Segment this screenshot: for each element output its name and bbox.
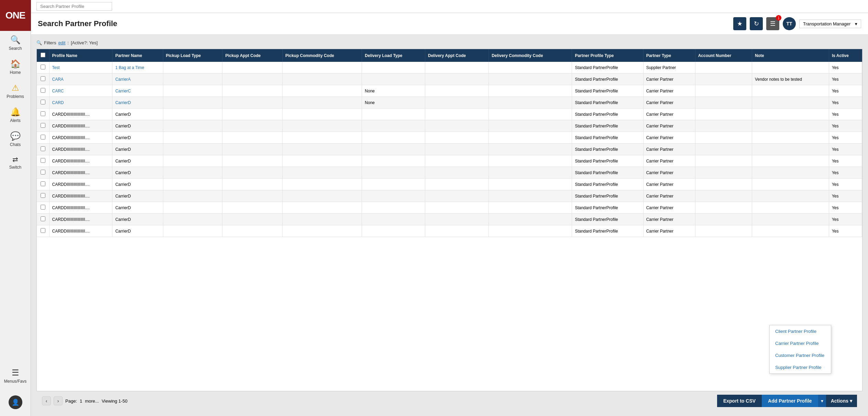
actions-button[interactable]: Actions ▾ — [826, 395, 857, 407]
row-checkbox[interactable] — [41, 158, 45, 163]
sidebar-item-menus[interactable]: ☰ Menus/Favs — [0, 364, 31, 388]
row-pickup-commodity — [282, 62, 362, 74]
row-partner-name: CarrierD — [112, 144, 163, 155]
sidebar-item-home[interactable]: 🏠 Home — [0, 55, 31, 79]
table-header-row: Profile Name Partner Name Pickup Load Ty… — [37, 49, 862, 62]
dropdown-client-partner[interactable]: Client Partner Profile — [770, 325, 831, 337]
row-delivery-commodity — [489, 144, 572, 155]
row-partner-name: CarrierD — [112, 120, 163, 132]
row-note — [752, 85, 829, 97]
row-profile-name[interactable]: Test — [49, 62, 112, 74]
add-partner-dropdown: Client Partner Profile Carrier Partner P… — [769, 325, 831, 374]
row-checkbox[interactable] — [41, 65, 45, 69]
row-pickup-appt — [222, 97, 283, 109]
sidebar-label-chats: Chats — [10, 142, 21, 147]
row-checkbox[interactable] — [41, 170, 45, 175]
row-checkbox[interactable] — [41, 146, 45, 151]
row-is-active: Yes — [829, 167, 862, 179]
chevron-down-icon: ▾ — [821, 398, 823, 404]
content-area: 🔍 Filters edit : [Active?: Yes] Profile … — [31, 35, 868, 416]
logo[interactable]: one — [0, 0, 31, 31]
row-pickup-load — [163, 74, 222, 85]
row-checkbox[interactable] — [41, 193, 45, 198]
row-is-active: Yes — [829, 202, 862, 214]
sidebar-item-chats[interactable]: 💬 Chats — [0, 127, 31, 151]
row-pickup-appt — [222, 155, 283, 167]
row-pickup-load — [163, 167, 222, 179]
sidebar-label-alerts: Alerts — [10, 118, 21, 123]
sidebar-item-avatar[interactable]: 👤 — [0, 391, 31, 413]
row-checkbox[interactable] — [41, 111, 45, 116]
chevron-down-icon: ▾ — [855, 21, 857, 26]
row-profile-name[interactable]: CARD — [49, 97, 112, 109]
row-partner-type: Supplier Partner — [643, 62, 695, 74]
row-note — [752, 190, 829, 202]
row-account — [695, 202, 752, 214]
add-partner-caret-button[interactable]: ▾ — [818, 395, 826, 407]
favorite-button[interactable]: ★ — [733, 17, 746, 30]
row-partner-type: Carrier Partner — [643, 167, 695, 179]
row-partner-name[interactable]: CarrierD — [112, 97, 163, 109]
row-checkbox[interactable] — [41, 181, 45, 186]
prev-page-button[interactable]: ‹ — [42, 396, 51, 405]
row-profile-name[interactable]: CARA — [49, 74, 112, 85]
sidebar-item-search[interactable]: 🔍 Search — [0, 31, 31, 55]
row-partner-name: CarrierD — [112, 179, 163, 190]
table-row: CARC CarrierC None Standard PartnerProfi… — [37, 85, 862, 97]
row-partner-name[interactable]: 1 Bag at a Time — [112, 62, 163, 74]
filter-edit-link[interactable]: edit — [58, 40, 65, 45]
next-page-button[interactable]: › — [54, 396, 63, 405]
menu-icon: ☰ — [12, 368, 19, 378]
row-profile-name[interactable]: CARC — [49, 85, 112, 97]
row-delivery-load — [362, 132, 425, 144]
table-row: CARD CarrierD None Standard PartnerProfi… — [37, 97, 862, 109]
row-profile-type: Standard PartnerProfile — [572, 144, 643, 155]
row-pickup-load — [163, 155, 222, 167]
row-checkbox[interactable] — [41, 76, 45, 81]
row-is-active: Yes — [829, 120, 862, 132]
select-all-checkbox[interactable] — [41, 53, 45, 57]
warning-icon: ⚠ — [12, 83, 19, 93]
sidebar-item-alerts[interactable]: 🔔 Alerts — [0, 103, 31, 127]
row-pickup-commodity — [282, 109, 362, 120]
sidebar-item-switch[interactable]: ⇄ Switch — [0, 151, 31, 174]
row-delivery-load — [362, 190, 425, 202]
export-csv-button[interactable]: Export to CSV — [717, 395, 762, 407]
row-partner-name[interactable]: CarrierC — [112, 85, 163, 97]
row-delivery-load — [362, 167, 425, 179]
row-checkbox[interactable] — [41, 123, 45, 128]
table-row: CARDDIIIIIIIIIIIIIIII.... CarrierD Stand… — [37, 120, 862, 132]
row-checkbox[interactable] — [41, 88, 45, 93]
dropdown-carrier-partner[interactable]: Carrier Partner Profile — [770, 337, 831, 349]
row-profile-name: CARDDIIIIIIIIIIIIIIII.... — [49, 132, 112, 144]
row-checkbox[interactable] — [41, 100, 45, 104]
row-note — [752, 167, 829, 179]
row-partner-name[interactable]: CarrierA — [112, 74, 163, 85]
topbar-search-input[interactable] — [36, 2, 112, 11]
table-row: CARDDIIIIIIIIIIIIIIII.... CarrierD Stand… — [37, 179, 862, 190]
row-partner-name: CarrierD — [112, 202, 163, 214]
sidebar-label-switch: Switch — [9, 165, 21, 170]
refresh-button[interactable]: ↻ — [750, 17, 763, 30]
role-dropdown[interactable]: Transportation Manager ▾ — [799, 20, 861, 28]
row-delivery-load: None — [362, 85, 425, 97]
add-partner-button[interactable]: Add Partner Profile — [762, 395, 818, 407]
page-label: Page: — [65, 398, 77, 404]
dropdown-supplier-partner[interactable]: Supplier Partner Profile — [770, 361, 831, 373]
row-checkbox[interactable] — [41, 135, 45, 139]
row-checkbox[interactable] — [41, 216, 45, 221]
row-checkbox[interactable] — [41, 228, 45, 233]
row-checkbox[interactable] — [41, 205, 45, 210]
row-checkbox-cell — [37, 74, 49, 85]
row-account — [695, 74, 752, 85]
row-partner-type: Carrier Partner — [643, 109, 695, 120]
row-account — [695, 225, 752, 237]
row-delivery-commodity — [489, 225, 572, 237]
row-checkbox-cell — [37, 144, 49, 155]
row-is-active: Yes — [829, 109, 862, 120]
row-delivery-appt — [425, 62, 488, 74]
row-checkbox-cell — [37, 120, 49, 132]
row-is-active: Yes — [829, 74, 862, 85]
dropdown-customer-partner[interactable]: Customer Partner Profile — [770, 349, 831, 361]
sidebar-item-problems[interactable]: ⚠ Problems — [0, 79, 31, 103]
